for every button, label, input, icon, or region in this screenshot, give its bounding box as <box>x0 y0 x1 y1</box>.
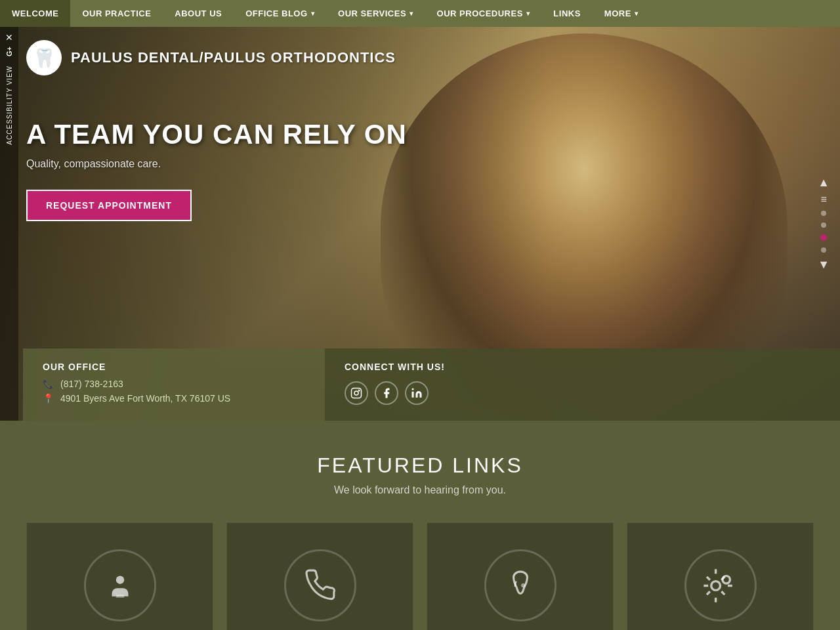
main-navigation: WELCOME OUR PRACTICE ABOUT US OFFICE BLO… <box>0 0 840 27</box>
facebook-icon[interactable] <box>375 381 398 405</box>
nav-links[interactable]: LINKS <box>541 0 593 27</box>
hero-brand-header: 🦷 PAULUS DENTAL/PAULUS ORTHODONTICS <box>26 40 396 75</box>
svg-point-8 <box>723 576 730 583</box>
tooth-logo-icon: 🦷 <box>26 40 62 75</box>
office-address: 📍 4901 Byers Ave Fort Worth, TX 76107 US <box>43 393 305 404</box>
office-info-heading: OUR OFFICE <box>43 362 305 372</box>
nav-about-us[interactable]: ABOUT US <box>163 0 234 27</box>
nav-our-services[interactable]: OUR SERVICES ▾ <box>326 0 425 27</box>
dental-tooth-icon <box>484 549 556 621</box>
close-accessibility-button[interactable]: ✕ <box>5 32 13 43</box>
featured-links-section: FEATURED LINKS We look forward to hearin… <box>0 421 840 630</box>
instagram-icon[interactable] <box>345 381 368 405</box>
slide-dot-4[interactable] <box>821 247 826 253</box>
social-icons-row <box>345 381 820 405</box>
featured-subtitle: We look forward to hearing from you. <box>26 484 814 496</box>
request-appointment-button[interactable]: REQUEST APPOINTMENT <box>26 190 192 221</box>
slide-navigation: ▲ ≡ ▼ <box>818 176 830 272</box>
featured-card-contact[interactable] <box>226 522 413 630</box>
svg-point-2 <box>358 390 360 391</box>
office-info-bar: OUR OFFICE 📞 (817) 738-2163 📍 4901 Byers… <box>23 348 840 421</box>
patient-info-icon <box>84 549 156 621</box>
nav-more[interactable]: MORE ▾ <box>593 0 650 27</box>
slide-menu-icon[interactable]: ≡ <box>820 194 826 205</box>
svg-point-4 <box>116 576 124 584</box>
office-info-panel: OUR OFFICE 📞 (817) 738-2163 📍 4901 Byers… <box>23 348 325 421</box>
svg-point-3 <box>412 388 414 390</box>
hero-content-block: A TEAM YOU CAN RELY ON Quality, compassi… <box>26 119 407 221</box>
chevron-down-icon: ▾ <box>410 10 413 17</box>
svg-point-1 <box>354 391 358 395</box>
slide-dot-3-active[interactable] <box>820 234 827 241</box>
chevron-down-icon: ▾ <box>526 10 530 17</box>
phone-icon: 📞 <box>43 379 54 389</box>
nav-office-blog[interactable]: OFFICE BLOG ▾ <box>234 0 326 27</box>
hero-subheadline: Quality, compassionate care. <box>26 158 407 170</box>
svg-point-6 <box>521 583 525 587</box>
featured-cards-row <box>26 522 814 630</box>
office-phone: 📞 (817) 738-2163 <box>43 379 305 389</box>
featured-card-dental[interactable] <box>427 522 614 630</box>
linkedin-icon[interactable] <box>405 381 429 405</box>
slide-dot-1[interactable] <box>821 211 826 216</box>
hero-section: ✕ G+ Accessibility View 🦷 PAULUS DENTAL/… <box>0 27 840 421</box>
settings-gear-icon <box>684 549 757 621</box>
featured-title: FEATURED LINKS <box>26 453 814 478</box>
connect-heading: CONNECT WITH US! <box>345 362 820 372</box>
contact-phone-icon <box>284 549 356 621</box>
chevron-down-icon: ▾ <box>311 10 315 17</box>
featured-card-procedures[interactable] <box>627 522 814 630</box>
accessibility-sidebar: ✕ G+ Accessibility View <box>0 27 18 421</box>
accessibility-label: Accessibility View <box>6 66 13 145</box>
nav-our-procedures[interactable]: OUR PROCEDURES ▾ <box>425 0 542 27</box>
hero-headline: A TEAM YOU CAN RELY ON <box>26 119 407 150</box>
brand-name: PAULUS DENTAL/PAULUS ORTHODONTICS <box>71 49 396 66</box>
accessibility-plus-icon[interactable]: G+ <box>5 47 13 56</box>
featured-card-patient[interactable] <box>26 522 213 630</box>
svg-rect-0 <box>352 388 362 398</box>
slide-up-arrow[interactable]: ▲ <box>818 176 830 190</box>
location-pin-icon: 📍 <box>43 393 54 404</box>
connect-info-panel: CONNECT WITH US! <box>325 348 840 421</box>
chevron-down-icon: ▾ <box>635 10 639 17</box>
nav-welcome[interactable]: WELCOME <box>0 0 70 27</box>
nav-our-practice[interactable]: OUR PRACTICE <box>70 0 163 27</box>
slide-down-arrow[interactable]: ▼ <box>818 258 830 272</box>
slide-dot-2[interactable] <box>821 222 826 228</box>
svg-point-7 <box>711 581 721 590</box>
